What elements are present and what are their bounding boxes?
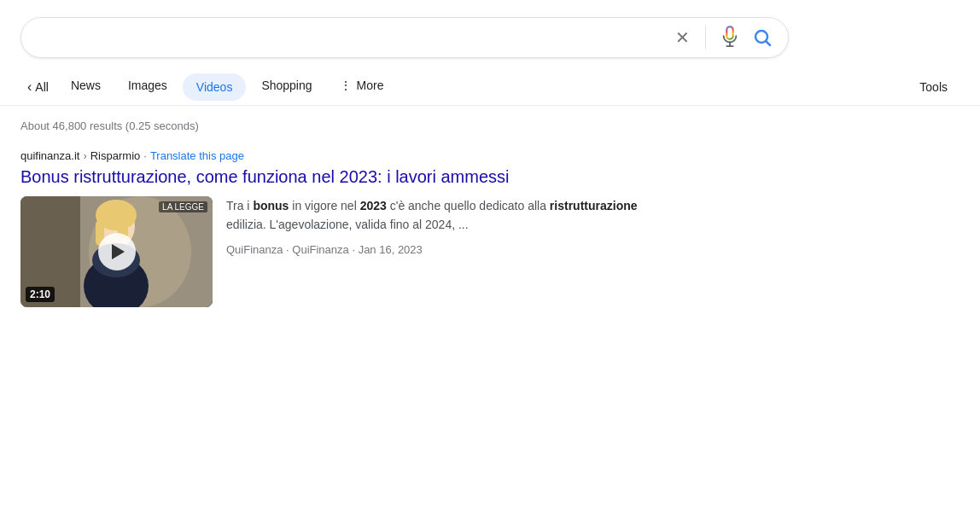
translate-link[interactable]: Translate this page: [150, 149, 244, 162]
tab-videos[interactable]: Videos: [183, 73, 247, 101]
clear-icon[interactable]: ✕: [672, 26, 693, 49]
search-box: bonus ristrutturazione 2023 ✕: [20, 17, 789, 58]
video-watermark: LA LEGGE: [159, 201, 207, 212]
chevron-left-icon: ‹: [27, 79, 32, 95]
result-item: quifinanza.it › Risparmio · Translate th…: [20, 149, 652, 307]
tabs-bar: ‹ All News Images Videos Shopping ⋮ More…: [0, 68, 980, 106]
svg-line-4: [767, 42, 771, 46]
tab-more-label: More: [357, 79, 384, 92]
tab-news-label: News: [71, 79, 101, 92]
search-bar-area: bonus ristrutturazione 2023 ✕: [0, 0, 980, 68]
play-button[interactable]: [98, 233, 136, 271]
tab-all-label: All: [35, 80, 49, 94]
result-source: QuiFinanza · QuiFinanza · Jan 16, 2023: [226, 241, 652, 259]
results-stats: About 46,800 results (0.25 seconds): [20, 119, 960, 132]
tab-shopping-label: Shopping: [261, 79, 312, 92]
tab-images[interactable]: Images: [116, 68, 179, 105]
result-snippet-text: Tra i bonus in vigore nel 2023 c'è anche…: [226, 196, 652, 235]
search-submit-icon[interactable]: [750, 26, 774, 49]
tab-shopping[interactable]: Shopping: [249, 68, 324, 105]
tab-all[interactable]: ‹ All: [20, 71, 55, 103]
tab-videos-label: Videos: [196, 80, 233, 94]
results-area: About 46,800 results (0.25 seconds) quif…: [0, 106, 980, 321]
result-url-line: quifinanza.it › Risparmio · Translate th…: [20, 149, 652, 162]
result-url-breadcrumb: Risparmio: [90, 149, 141, 162]
dots-icon: ⋮: [340, 79, 352, 92]
svg-rect-0: [726, 26, 732, 39]
tools-button[interactable]: Tools: [907, 72, 960, 102]
result-snippet: Tra i bonus in vigore nel 2023 c'è anche…: [226, 196, 652, 259]
search-input[interactable]: bonus ristrutturazione 2023: [35, 29, 672, 47]
tab-more[interactable]: ⋮ More: [328, 68, 396, 105]
result-breadcrumb-sep: ›: [83, 149, 86, 162]
result-title[interactable]: Bonus ristrutturazione, come funziona ne…: [20, 166, 652, 188]
video-thumbnail[interactable]: 2:10 LA LEGGE: [20, 196, 213, 307]
tab-images-label: Images: [128, 79, 167, 92]
microphone-icon[interactable]: [718, 26, 742, 49]
result-url-site: quifinanza.it: [20, 149, 79, 162]
result-breadcrumb-dot: ·: [143, 149, 147, 162]
search-icons: ✕: [672, 26, 774, 49]
video-duration: 2:10: [26, 287, 55, 302]
result-body: 2:10 LA LEGGE Tra i bonus in vigore nel …: [20, 196, 652, 307]
play-triangle-icon: [112, 244, 125, 259]
tab-news[interactable]: News: [59, 68, 113, 105]
search-divider: [705, 26, 706, 49]
